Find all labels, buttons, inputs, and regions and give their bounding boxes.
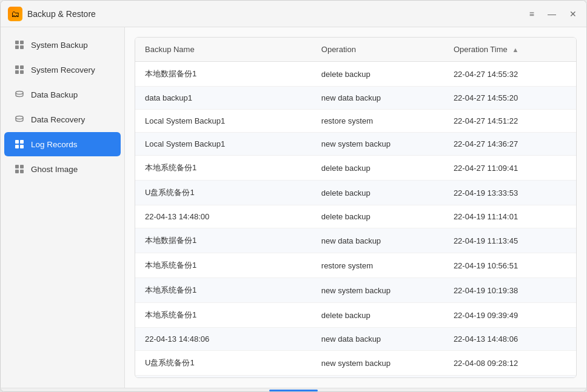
svg-rect-15 (20, 165, 24, 168)
content-area: System Backup System Recovery (1, 27, 586, 388)
cell-operation-time: 22-04-06 18:06:38 (444, 376, 576, 378)
table-row: 本地系统备份1delete backup22-04-19 09:39:49 (135, 303, 576, 328)
sidebar-label-data-backup: Data Backup (31, 90, 78, 99)
cell-operation-time: 22-04-13 14:48:06 (444, 328, 576, 351)
cell-backup-name: 本地系统备份1 (135, 278, 312, 303)
cell-operation-time: 22-04-19 11:13:45 (444, 228, 576, 253)
table-row: 本地系统备份1restore system22-04-19 10:56:51 (135, 253, 576, 278)
table-row: 本地系统备份1delete backup22-04-27 11:09:41 (135, 156, 576, 181)
svg-rect-11 (20, 140, 24, 144)
table-row: 本地数据备份1delete backup22-04-27 14:55:32 (135, 62, 576, 87)
sidebar-item-system-recovery[interactable]: System Recovery (4, 58, 121, 82)
system-backup-icon (14, 39, 25, 50)
cell-operation-time: 22-04-27 14:55:20 (444, 87, 576, 110)
log-records-icon (14, 139, 25, 150)
cell-operation-time: 22-04-19 10:56:51 (444, 253, 576, 278)
app-icon: 🗂 (8, 7, 22, 21)
cell-operation-time: 22-04-19 13:33:53 (444, 181, 576, 205)
bottom-bar (1, 388, 586, 391)
table-row: 22-04-13 14:48:06new data backup22-04-13… (135, 328, 576, 351)
cell-backup-name: 本地系统备份1 (135, 253, 312, 278)
cell-backup-name: 本地系统备份2 (135, 376, 312, 378)
svg-point-8 (16, 91, 23, 95)
svg-rect-16 (15, 170, 19, 173)
sidebar: System Backup System Recovery (1, 27, 125, 388)
sidebar-label-ghost-image: Ghost Image (31, 165, 78, 174)
cell-backup-name: data backup1 (135, 87, 312, 110)
svg-rect-6 (15, 70, 19, 74)
cell-operation: new system backup (312, 351, 444, 376)
cell-operation: delete backup (312, 62, 444, 87)
cell-backup-name: 本地数据备份1 (135, 228, 312, 253)
table-header-row: Backup Name Operation Operation Time ▲ (135, 38, 576, 62)
svg-rect-3 (20, 45, 24, 49)
table-row: Local System Backup1new system backup22-… (135, 133, 576, 156)
cell-backup-name: 本地数据备份1 (135, 62, 312, 87)
svg-rect-4 (15, 65, 19, 69)
sort-icon: ▲ (512, 46, 518, 53)
data-recovery-icon (14, 114, 25, 125)
table-row: 22-04-13 14:48:00delete backup22-04-19 1… (135, 205, 576, 228)
col-header-operation-time[interactable]: Operation Time ▲ (444, 38, 576, 62)
cell-operation: delete backup (312, 156, 444, 181)
svg-point-9 (16, 116, 23, 119)
sidebar-label-log-records: Log Records (31, 140, 78, 149)
bottom-indicator (269, 390, 318, 391)
svg-rect-5 (20, 65, 24, 69)
svg-rect-2 (15, 45, 19, 49)
cell-operation: delete backup (312, 205, 444, 228)
svg-rect-1 (20, 41, 24, 44)
svg-rect-13 (20, 145, 24, 148)
data-backup-icon (14, 89, 25, 100)
cell-backup-name: Local System Backup1 (135, 110, 312, 133)
cell-operation-time: 22-04-19 09:39:49 (444, 303, 576, 328)
system-recovery-icon (14, 64, 25, 75)
sidebar-item-data-backup[interactable]: Data Backup (4, 82, 121, 107)
cell-backup-name: 本地系统备份1 (135, 303, 312, 328)
table-row: 本地数据备份1new data backup22-04-19 11:13:45 (135, 228, 576, 253)
sidebar-item-data-recovery[interactable]: Data Recovery (4, 107, 121, 131)
cell-operation-time: 22-04-27 11:09:41 (444, 156, 576, 181)
cell-operation-time: 22-04-19 10:19:38 (444, 278, 576, 303)
cell-operation: delete backup (312, 303, 444, 328)
svg-rect-17 (20, 170, 24, 173)
cell-operation-time: 22-04-27 14:55:32 (444, 62, 576, 87)
cell-operation: restore system (312, 110, 444, 133)
minimize-button[interactable]: — (545, 8, 558, 20)
cell-backup-name: 22-04-13 14:48:06 (135, 328, 312, 351)
svg-rect-12 (15, 145, 19, 148)
cell-operation-time: 22-04-27 14:36:27 (444, 133, 576, 156)
table-row: 本地系统备份2delete backup22-04-06 18:06:38 (135, 376, 576, 378)
svg-rect-0 (15, 41, 19, 44)
cell-operation: restore system (312, 253, 444, 278)
titlebar-left: 🗂 Backup & Restore (8, 7, 96, 21)
sidebar-label-system-recovery: System Recovery (31, 65, 95, 75)
col-header-operation: Operation (312, 38, 444, 62)
cell-operation: new system backup (312, 278, 444, 303)
sidebar-item-system-backup[interactable]: System Backup (4, 33, 121, 57)
main-window: 🗂 Backup & Restore ≡ — ✕ (0, 0, 587, 392)
col-header-backup-name: Backup Name (135, 38, 312, 62)
svg-rect-10 (15, 140, 19, 144)
cell-backup-name: U盘系统备份1 (135, 181, 312, 205)
svg-rect-14 (15, 165, 19, 168)
cell-backup-name: U盘系统备份1 (135, 351, 312, 376)
cell-operation: delete backup (312, 376, 444, 378)
log-table: Backup Name Operation Operation Time ▲ (135, 38, 576, 377)
cell-backup-name: 本地系统备份1 (135, 156, 312, 181)
cell-operation-time: 22-04-27 14:51:22 (444, 110, 576, 133)
sidebar-label-data-recovery: Data Recovery (31, 115, 85, 124)
log-table-container: Backup Name Operation Operation Time ▲ (135, 37, 577, 378)
cell-operation-time: 22-04-08 09:28:12 (444, 351, 576, 376)
close-button[interactable]: ✕ (567, 8, 579, 20)
svg-rect-7 (20, 70, 24, 74)
table-body: 本地数据备份1delete backup22-04-27 14:55:32dat… (135, 62, 576, 378)
cell-operation-time: 22-04-19 11:14:01 (444, 205, 576, 228)
table-scroll[interactable]: Backup Name Operation Operation Time ▲ (135, 38, 576, 377)
table-row: U盘系统备份1delete backup22-04-19 13:33:53 (135, 181, 576, 205)
sidebar-item-log-records[interactable]: Log Records (4, 132, 121, 156)
table-row: U盘系统备份1new system backup22-04-08 09:28:1… (135, 351, 576, 376)
main-content: Backup Name Operation Operation Time ▲ (125, 27, 586, 388)
menu-button[interactable]: ≡ (527, 8, 537, 20)
sidebar-item-ghost-image[interactable]: Ghost Image (4, 157, 121, 181)
